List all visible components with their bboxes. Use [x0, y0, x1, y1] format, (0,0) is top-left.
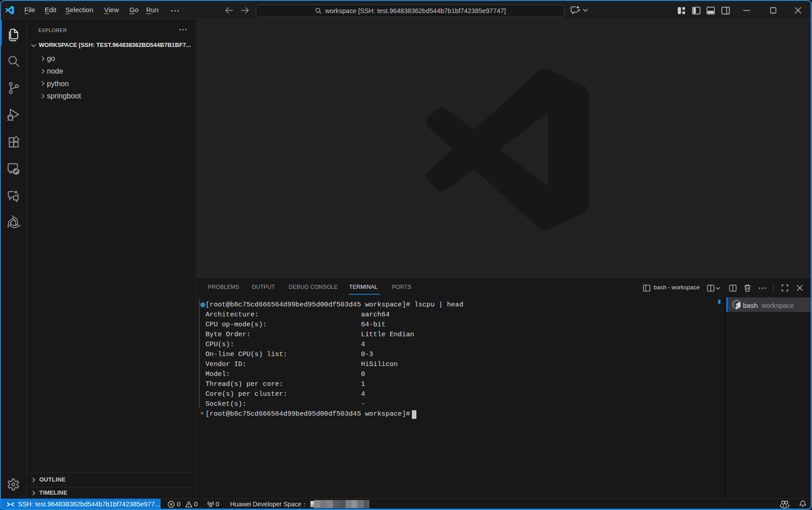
svg-text:$: $ [737, 304, 738, 308]
